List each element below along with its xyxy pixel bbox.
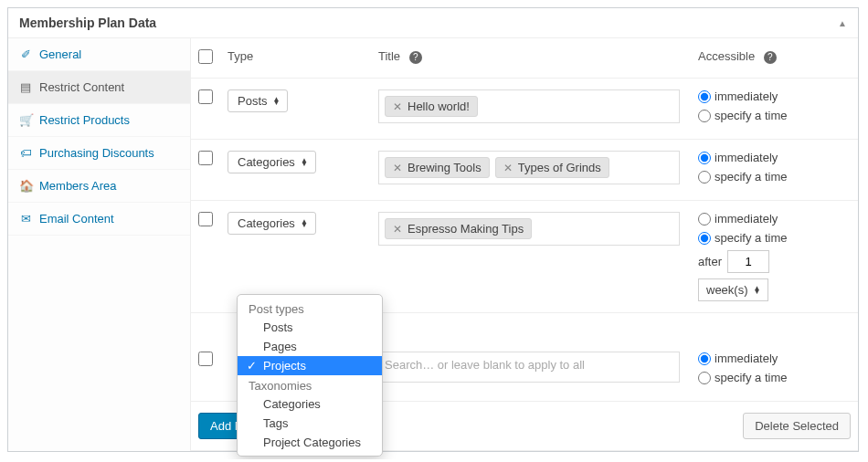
radio-specify[interactable] xyxy=(698,171,711,184)
sidebar-item-purchasing-discounts[interactable]: 🏷 Purchasing Discounts xyxy=(8,137,190,170)
radio-immediately[interactable] xyxy=(698,90,711,103)
access-immediately[interactable]: immediately xyxy=(698,352,851,365)
membership-panel: Membership Plan Data ▲ ✐ General ▤ Restr… xyxy=(7,7,859,452)
select-all-checkbox[interactable] xyxy=(198,49,213,64)
title-tags[interactable]: ✕ Brewing Tools ✕ Types of Grinds xyxy=(378,151,680,184)
sidebar-item-label: Members Area xyxy=(39,179,117,193)
chevron-updown-icon: ▲▼ xyxy=(754,287,761,294)
access-immediately[interactable]: immediately xyxy=(698,212,851,226)
delete-selected-button[interactable]: Delete Selected xyxy=(743,413,851,439)
radio-specify[interactable] xyxy=(698,110,711,122)
col-accessible: Accessible ? xyxy=(691,38,858,79)
cart-icon: 🛒 xyxy=(19,113,32,127)
title-placeholder: Search… or leave blank to apply to all xyxy=(385,358,585,376)
remove-tag-icon[interactable]: ✕ xyxy=(393,162,402,174)
chevron-updown-icon: ▲▼ xyxy=(273,98,281,105)
sidebar-item-label: Restrict Products xyxy=(39,113,130,127)
home-icon: 🏠 xyxy=(19,179,32,193)
sidebar-item-general[interactable]: ✐ General xyxy=(8,38,190,71)
tag[interactable]: ✕ Brewing Tools xyxy=(385,157,490,178)
row-checkbox[interactable] xyxy=(198,352,213,366)
dropdown-item[interactable]: Categories xyxy=(238,394,382,414)
collapse-toggle-icon[interactable]: ▲ xyxy=(838,18,847,28)
remove-tag-icon[interactable]: ✕ xyxy=(393,100,402,113)
radio-immediately[interactable] xyxy=(698,152,711,164)
access-specify[interactable]: specify a time xyxy=(698,109,851,122)
tag[interactable]: ✕ Hello world! xyxy=(385,96,478,117)
content-icon: ▤ xyxy=(19,80,32,94)
dropdown-item[interactable]: Tags xyxy=(238,414,382,433)
chevron-updown-icon: ▲▼ xyxy=(301,159,308,166)
access-specify[interactable]: specify a time xyxy=(698,371,851,384)
sidebar-item-label: Purchasing Discounts xyxy=(39,146,154,160)
type-select[interactable]: Posts ▲▼ xyxy=(228,89,288,112)
type-dropdown[interactable]: Post types Posts Pages ✓ Projects Taxono… xyxy=(237,294,383,457)
after-label: after xyxy=(698,255,722,268)
remove-tag-icon[interactable]: ✕ xyxy=(393,223,402,236)
row-checkbox[interactable] xyxy=(198,89,213,104)
dropdown-group: Taxonomies xyxy=(238,375,382,394)
help-icon[interactable]: ? xyxy=(409,51,422,64)
row-checkbox[interactable] xyxy=(198,212,213,226)
dropdown-item[interactable]: Project Categories xyxy=(238,433,382,452)
access-immediately[interactable]: immediately xyxy=(698,151,851,164)
dropdown-item[interactable]: Posts xyxy=(238,318,382,337)
table-row: Posts ▲▼ ✕ Hello world! xyxy=(191,79,858,140)
rules-area: Type Title ? Accessible ? xyxy=(191,38,858,451)
col-title: Title ? xyxy=(371,38,691,79)
type-select[interactable]: Categories ▲▼ xyxy=(228,212,316,235)
sidebar-item-restrict-products[interactable]: 🛒 Restrict Products xyxy=(8,104,190,137)
tag[interactable]: ✕ Espresso Making Tips xyxy=(385,218,532,239)
access-specify[interactable]: specify a time xyxy=(698,170,851,184)
title-tags[interactable]: ✕ Espresso Making Tips xyxy=(378,212,680,246)
tag[interactable]: ✕ Types of Grinds xyxy=(495,157,609,178)
dropdown-item[interactable]: ✓ Projects xyxy=(238,356,382,375)
access-specify[interactable]: specify a time xyxy=(698,231,851,245)
radio-specify[interactable] xyxy=(698,232,711,245)
wrench-icon: ✐ xyxy=(19,47,32,61)
sidebar: ✐ General ▤ Restrict Content 🛒 Restrict … xyxy=(8,38,191,451)
col-type: Type xyxy=(220,38,371,79)
tag-icon: 🏷 xyxy=(19,146,32,160)
sidebar-item-label: Restrict Content xyxy=(39,80,124,94)
dropdown-group: Post types xyxy=(238,299,382,318)
title-tags[interactable]: ✕ Hello world! xyxy=(378,89,680,123)
sidebar-item-label: Email Content xyxy=(39,212,114,226)
mail-icon: ✉ xyxy=(19,212,32,226)
access-immediately[interactable]: immediately xyxy=(698,89,851,103)
remove-tag-icon[interactable]: ✕ xyxy=(503,162,513,174)
radio-specify[interactable] xyxy=(698,372,711,384)
radio-immediately[interactable] xyxy=(698,213,711,226)
after-number-input[interactable] xyxy=(727,250,769,273)
panel-header: Membership Plan Data ▲ xyxy=(8,8,858,38)
panel-title: Membership Plan Data xyxy=(19,16,156,30)
sidebar-item-email-content[interactable]: ✉ Email Content xyxy=(8,203,190,236)
sidebar-item-label: General xyxy=(39,47,81,61)
chevron-updown-icon: ▲▼ xyxy=(301,220,308,227)
table-row: Categories ▲▼ ✕ Brewing Tools xyxy=(191,140,858,201)
type-select[interactable]: Categories ▲▼ xyxy=(228,151,316,173)
sidebar-item-restrict-content[interactable]: ▤ Restrict Content xyxy=(8,71,190,104)
check-icon: ✓ xyxy=(247,359,257,373)
after-unit-select[interactable]: week(s) ▲▼ xyxy=(698,278,768,301)
title-tags[interactable]: Search… or leave blank to apply to all xyxy=(378,352,680,383)
help-icon[interactable]: ? xyxy=(764,51,777,64)
row-checkbox[interactable] xyxy=(198,151,213,165)
dropdown-item[interactable]: Pages xyxy=(238,337,382,356)
sidebar-item-members-area[interactable]: 🏠 Members Area xyxy=(8,170,190,203)
radio-immediately[interactable] xyxy=(698,352,711,365)
